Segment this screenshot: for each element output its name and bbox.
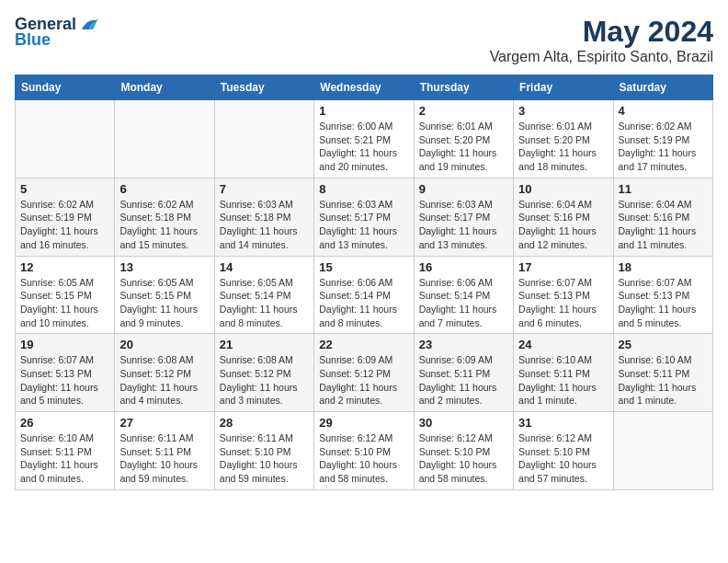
table-row: 1Sunrise: 6:00 AMSunset: 5:21 PMDaylight…: [314, 100, 414, 178]
table-row: 16Sunrise: 6:06 AMSunset: 5:14 PMDayligh…: [414, 256, 513, 334]
day-number: 30: [419, 416, 508, 430]
table-row: 13Sunrise: 6:05 AMSunset: 5:15 PMDayligh…: [115, 256, 214, 334]
day-info: Sunrise: 6:12 AMSunset: 5:10 PMDaylight:…: [419, 431, 508, 486]
day-info: Sunrise: 6:10 AMSunset: 5:11 PMDaylight:…: [619, 353, 708, 408]
day-info: Sunrise: 6:04 AMSunset: 5:16 PMDaylight:…: [619, 198, 708, 252]
day-info: Sunrise: 6:02 AMSunset: 5:19 PMDaylight:…: [20, 198, 109, 252]
day-number: 15: [319, 260, 408, 274]
day-info: Sunrise: 6:11 AMSunset: 5:11 PMDaylight:…: [119, 431, 209, 486]
table-row: 12Sunrise: 6:05 AMSunset: 5:15 PMDayligh…: [16, 256, 115, 334]
page-header: General Blue May 2024 Vargem Alta, Espir…: [15, 15, 713, 65]
day-number: 19: [20, 338, 109, 351]
day-info: Sunrise: 6:11 AMSunset: 5:10 PMDaylight:…: [220, 431, 309, 486]
col-sunday: Sunday: [16, 75, 115, 100]
day-number: 1: [319, 104, 408, 118]
day-info: Sunrise: 6:10 AMSunset: 5:11 PMDaylight:…: [20, 431, 109, 486]
day-info: Sunrise: 6:02 AMSunset: 5:18 PMDaylight:…: [119, 198, 209, 252]
day-info: Sunrise: 6:06 AMSunset: 5:14 PMDaylight:…: [319, 276, 408, 330]
day-info: Sunrise: 6:09 AMSunset: 5:12 PMDaylight:…: [319, 353, 408, 408]
day-info: Sunrise: 6:03 AMSunset: 5:18 PMDaylight:…: [220, 198, 309, 252]
day-info: Sunrise: 6:07 AMSunset: 5:13 PMDaylight:…: [20, 353, 109, 408]
table-row: 21Sunrise: 6:08 AMSunset: 5:12 PMDayligh…: [214, 334, 313, 412]
table-row: 9Sunrise: 6:03 AMSunset: 5:17 PMDaylight…: [414, 178, 513, 256]
day-info: Sunrise: 6:03 AMSunset: 5:17 PMDaylight:…: [419, 198, 508, 252]
day-number: 21: [220, 338, 309, 351]
col-saturday: Saturday: [613, 75, 712, 100]
day-info: Sunrise: 6:06 AMSunset: 5:14 PMDaylight:…: [419, 276, 508, 330]
logo-text-blue: Blue: [15, 30, 51, 50]
calendar-week-row: 12Sunrise: 6:05 AMSunset: 5:15 PMDayligh…: [16, 256, 713, 334]
day-number: 22: [319, 338, 408, 351]
day-number: 17: [518, 260, 608, 274]
day-info: Sunrise: 6:00 AMSunset: 5:21 PMDaylight:…: [319, 120, 408, 174]
day-info: Sunrise: 6:02 AMSunset: 5:19 PMDaylight:…: [619, 120, 708, 174]
location-title: Vargem Alta, Espirito Santo, Brazil: [490, 49, 713, 65]
day-number: 2: [419, 104, 508, 118]
day-number: 20: [119, 338, 209, 351]
day-number: 8: [319, 182, 408, 196]
table-row: 17Sunrise: 6:07 AMSunset: 5:13 PMDayligh…: [514, 256, 613, 334]
col-thursday: Thursday: [414, 75, 513, 100]
day-info: Sunrise: 6:05 AMSunset: 5:15 PMDaylight:…: [20, 276, 109, 330]
day-number: 14: [220, 260, 309, 274]
day-info: Sunrise: 6:07 AMSunset: 5:13 PMDaylight:…: [619, 276, 708, 330]
table-row: 10Sunrise: 6:04 AMSunset: 5:16 PMDayligh…: [514, 178, 613, 256]
table-row: 3Sunrise: 6:01 AMSunset: 5:20 PMDaylight…: [514, 100, 613, 178]
day-number: 24: [518, 338, 608, 351]
day-number: 26: [20, 416, 109, 430]
table-row: 11Sunrise: 6:04 AMSunset: 5:16 PMDayligh…: [613, 178, 712, 256]
col-tuesday: Tuesday: [214, 75, 313, 100]
calendar-week-row: 19Sunrise: 6:07 AMSunset: 5:13 PMDayligh…: [16, 334, 713, 412]
col-wednesday: Wednesday: [314, 75, 414, 100]
calendar-table: Sunday Monday Tuesday Wednesday Thursday…: [15, 75, 713, 490]
table-row: 5Sunrise: 6:02 AMSunset: 5:19 PMDaylight…: [16, 178, 115, 256]
day-info: Sunrise: 6:01 AMSunset: 5:20 PMDaylight:…: [419, 120, 508, 174]
table-row: 18Sunrise: 6:07 AMSunset: 5:13 PMDayligh…: [613, 256, 712, 334]
table-row: 15Sunrise: 6:06 AMSunset: 5:14 PMDayligh…: [314, 256, 414, 334]
logo: General Blue: [15, 15, 100, 50]
col-monday: Monday: [115, 75, 214, 100]
table-row: 30Sunrise: 6:12 AMSunset: 5:10 PMDayligh…: [414, 412, 513, 490]
day-info: Sunrise: 6:05 AMSunset: 5:14 PMDaylight:…: [220, 276, 309, 330]
table-row: 23Sunrise: 6:09 AMSunset: 5:11 PMDayligh…: [414, 334, 513, 412]
day-number: 29: [319, 416, 408, 430]
day-info: Sunrise: 6:08 AMSunset: 5:12 PMDaylight:…: [119, 353, 209, 408]
title-section: May 2024 Vargem Alta, Espirito Santo, Br…: [490, 15, 713, 65]
day-info: Sunrise: 6:03 AMSunset: 5:17 PMDaylight:…: [319, 198, 408, 252]
day-info: Sunrise: 6:12 AMSunset: 5:10 PMDaylight:…: [518, 431, 608, 486]
day-info: Sunrise: 6:04 AMSunset: 5:16 PMDaylight:…: [518, 198, 608, 252]
day-info: Sunrise: 6:08 AMSunset: 5:12 PMDaylight:…: [220, 353, 309, 408]
day-number: 3: [518, 104, 608, 118]
table-row: 14Sunrise: 6:05 AMSunset: 5:14 PMDayligh…: [214, 256, 313, 334]
calendar-header-row: Sunday Monday Tuesday Wednesday Thursday…: [16, 75, 713, 100]
day-info: Sunrise: 6:01 AMSunset: 5:20 PMDaylight:…: [518, 120, 608, 174]
day-number: 18: [619, 260, 708, 274]
table-row: [115, 100, 214, 178]
day-info: Sunrise: 6:09 AMSunset: 5:11 PMDaylight:…: [419, 353, 508, 408]
day-number: 4: [619, 104, 708, 118]
table-row: 8Sunrise: 6:03 AMSunset: 5:17 PMDaylight…: [314, 178, 414, 256]
col-friday: Friday: [514, 75, 613, 100]
table-row: [16, 100, 115, 178]
day-number: 5: [20, 182, 109, 196]
table-row: 19Sunrise: 6:07 AMSunset: 5:13 PMDayligh…: [16, 334, 115, 412]
month-title: May 2024: [490, 15, 713, 49]
table-row: 6Sunrise: 6:02 AMSunset: 5:18 PMDaylight…: [115, 178, 214, 256]
day-number: 25: [619, 338, 708, 351]
day-number: 12: [20, 260, 109, 274]
table-row: 22Sunrise: 6:09 AMSunset: 5:12 PMDayligh…: [314, 334, 414, 412]
calendar-week-row: 1Sunrise: 6:00 AMSunset: 5:21 PMDaylight…: [16, 100, 713, 178]
day-number: 6: [119, 182, 209, 196]
calendar-week-row: 26Sunrise: 6:10 AMSunset: 5:11 PMDayligh…: [16, 412, 713, 490]
table-row: 27Sunrise: 6:11 AMSunset: 5:11 PMDayligh…: [115, 412, 214, 490]
calendar-week-row: 5Sunrise: 6:02 AMSunset: 5:19 PMDaylight…: [16, 178, 713, 256]
table-row: 4Sunrise: 6:02 AMSunset: 5:19 PMDaylight…: [613, 100, 712, 178]
table-row: 2Sunrise: 6:01 AMSunset: 5:20 PMDaylight…: [414, 100, 513, 178]
day-number: 28: [220, 416, 309, 430]
day-number: 23: [419, 338, 508, 351]
table-row: 25Sunrise: 6:10 AMSunset: 5:11 PMDayligh…: [613, 334, 712, 412]
day-number: 9: [419, 182, 508, 196]
table-row: 7Sunrise: 6:03 AMSunset: 5:18 PMDaylight…: [214, 178, 313, 256]
day-number: 13: [119, 260, 209, 274]
day-number: 16: [419, 260, 508, 274]
